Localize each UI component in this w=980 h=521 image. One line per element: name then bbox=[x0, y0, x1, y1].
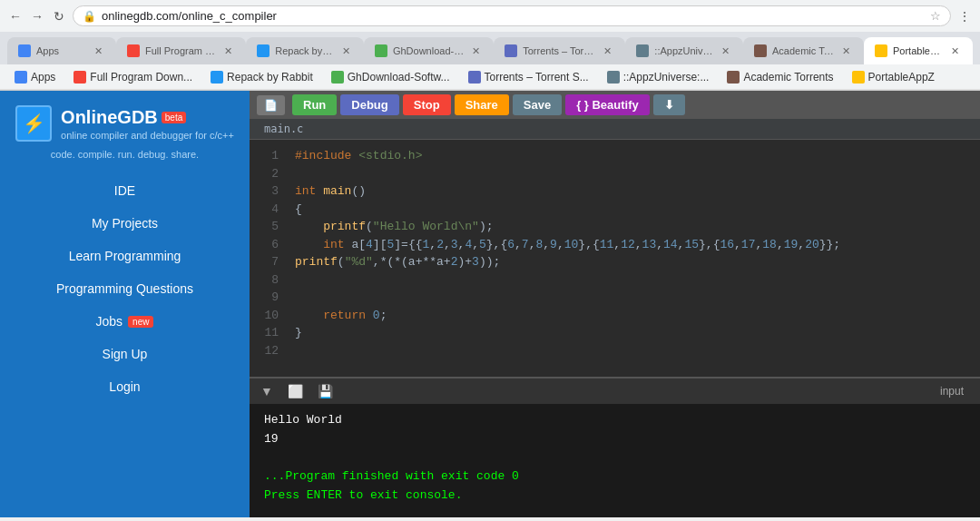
input-label: input bbox=[940, 385, 973, 398]
output-collapse-button[interactable]: ▼ bbox=[257, 382, 277, 400]
address-bar[interactable]: 🔒 onlinegdb.com/online_c_compiler ☆ bbox=[73, 5, 951, 26]
tab-close-icon[interactable]: ✕ bbox=[601, 44, 614, 58]
code-text[interactable]: #include <stdio.h> int main() { printf("… bbox=[286, 140, 980, 377]
bookmark-torrents[interactable]: Torrents – Torrent S... bbox=[461, 69, 596, 85]
tab-favicon bbox=[257, 44, 270, 57]
tab-ghdownload[interactable]: GhDownload-Softw... ✕ bbox=[364, 37, 494, 64]
address-text: onlinegdb.com/online_c_compiler bbox=[102, 9, 925, 23]
output-line: Press ENTER to exit console. bbox=[264, 487, 965, 506]
tab-appzuniverse[interactable]: ::AppzUniverse:... ✕ bbox=[625, 37, 743, 64]
bookmark-label: Torrents – Torrent S... bbox=[485, 71, 589, 84]
forward-button[interactable]: → bbox=[29, 8, 45, 25]
sidebar-item-signup[interactable]: Sign Up bbox=[0, 338, 250, 370]
editor-section: 📄 Run Debug Stop Share Save { } Beautify… bbox=[250, 91, 980, 517]
stop-button[interactable]: Stop bbox=[403, 94, 451, 115]
bookmark-favicon bbox=[211, 71, 223, 84]
download-button[interactable]: ⬇ bbox=[653, 94, 685, 115]
tab-close-icon[interactable]: ✕ bbox=[92, 44, 105, 58]
code-content[interactable]: 1 2 3 4 5 6 7 8 9 10 11 12 #include <std… bbox=[250, 140, 980, 377]
tab-favicon bbox=[127, 44, 140, 57]
bookmark-favicon bbox=[852, 71, 865, 84]
top-toolbar: 📄 Run Debug Stop Share Save { } Beautify… bbox=[250, 91, 980, 119]
save-button[interactable]: Save bbox=[513, 94, 562, 115]
tab-close-icon[interactable]: ✕ bbox=[339, 44, 353, 58]
tab-close-icon[interactable]: ✕ bbox=[948, 44, 962, 58]
tab-favicon bbox=[636, 44, 649, 57]
tab-apps[interactable]: Apps ✕ bbox=[7, 37, 116, 64]
bookmark-favicon bbox=[331, 71, 344, 84]
sidebar-item-learnprogramming[interactable]: Learn Programming bbox=[0, 240, 250, 272]
file-indicator[interactable]: 📄 bbox=[257, 95, 285, 115]
tab-label: Academic Torrents bbox=[772, 45, 834, 56]
browser-nav: ← → ↻ 🔒 onlinegdb.com/online_c_compiler … bbox=[0, 0, 980, 32]
tab-label: PortableAppZ bbox=[893, 45, 943, 56]
tab-favicon bbox=[375, 44, 387, 57]
refresh-button[interactable]: ↻ bbox=[51, 8, 67, 25]
bookmark-appzuniverse[interactable]: ::AppzUniverse:... bbox=[600, 69, 717, 85]
bookmark-favicon bbox=[607, 71, 620, 84]
debug-button[interactable]: Debug bbox=[340, 94, 398, 115]
tab-favicon bbox=[505, 44, 517, 57]
bookmark-academic[interactable]: Academic Torrents bbox=[720, 69, 840, 85]
output-line: Hello World bbox=[264, 411, 965, 430]
bookmark-label: Apps bbox=[31, 71, 55, 84]
bookmark-label: GhDownload-Softw... bbox=[348, 71, 450, 84]
bookmark-repack[interactable]: Repack by Rabbit bbox=[203, 69, 320, 85]
bookmark-label: ::AppzUniverse:... bbox=[623, 71, 710, 84]
tab-fulldl[interactable]: Full Program Down... ✕ bbox=[116, 37, 246, 64]
bookmark-favicon bbox=[727, 71, 740, 84]
run-button[interactable]: Run bbox=[292, 94, 337, 115]
code-editor: main.c 1 2 3 4 5 6 7 8 9 10 11 12 #inclu… bbox=[250, 119, 980, 377]
tab-close-icon[interactable]: ✕ bbox=[839, 44, 853, 58]
output-save-button[interactable]: 💾 bbox=[314, 382, 337, 400]
tab-academic[interactable]: Academic Torrents ✕ bbox=[743, 37, 864, 64]
browser-chrome: ← → ↻ 🔒 onlinegdb.com/online_c_compiler … bbox=[0, 0, 980, 91]
tab-close-icon[interactable]: ✕ bbox=[469, 44, 483, 58]
bookmark-star-icon[interactable]: ☆ bbox=[930, 9, 941, 23]
bookmark-ghdownload[interactable]: GhDownload-Softw... bbox=[324, 69, 457, 85]
bookmark-label: PortableAppZ bbox=[868, 71, 935, 84]
tab-favicon bbox=[875, 44, 887, 57]
sidebar-item-myprojects[interactable]: My Projects bbox=[0, 207, 250, 240]
bookmark-fulldl[interactable]: Full Program Down... bbox=[66, 69, 200, 85]
sidebar-nav: IDE My Projects Learn Programming Progra… bbox=[0, 174, 250, 403]
tab-label: Full Program Down... bbox=[145, 45, 216, 56]
tabs-bar: Apps ✕ Full Program Down... ✕ Repack by … bbox=[0, 32, 980, 64]
output-toolbar: ▼ ⬜ 💾 input bbox=[250, 378, 980, 404]
beta-badge: beta bbox=[162, 112, 186, 123]
share-button[interactable]: Share bbox=[455, 94, 509, 115]
tab-portableappz[interactable]: PortableAppZ ✕ bbox=[864, 37, 973, 64]
tab-close-icon[interactable]: ✕ bbox=[221, 44, 235, 58]
back-button[interactable]: ← bbox=[7, 8, 24, 25]
bookmark-portableappz[interactable]: PortableAppZ bbox=[845, 69, 942, 85]
tab-label: ::AppzUniverse:... bbox=[654, 45, 713, 56]
bookmarks-bar: Apps Full Program Down... Repack by Rabb… bbox=[0, 64, 980, 90]
sidebar-item-ide[interactable]: IDE bbox=[0, 174, 250, 207]
tab-label: Apps bbox=[36, 45, 86, 56]
logo-text: OnlineGDB beta online compiler and debug… bbox=[61, 107, 234, 141]
tab-torrents[interactable]: Torrents – Torrent S... ✕ bbox=[494, 37, 625, 64]
new-badge: new bbox=[128, 316, 153, 328]
beautify-button[interactable]: { } Beautify bbox=[565, 94, 650, 115]
tab-favicon bbox=[754, 44, 767, 57]
menu-button[interactable]: ⋮ bbox=[956, 8, 973, 25]
line-numbers: 1 2 3 4 5 6 7 8 9 10 11 12 bbox=[250, 140, 286, 377]
logo-motto: code. compile. run. debug. share. bbox=[42, 149, 208, 160]
tab-favicon bbox=[18, 44, 31, 57]
lightning-icon: ⚡ bbox=[23, 113, 45, 134]
logo-area: ⚡ OnlineGDB beta online compiler and deb… bbox=[15, 105, 234, 142]
filename-tab[interactable]: main.c bbox=[250, 119, 980, 140]
tab-label: GhDownload-Softw... bbox=[393, 45, 464, 56]
tab-label: Torrents – Torrent S... bbox=[523, 45, 595, 56]
logo-tagline: online compiler and debugger for c/c++ bbox=[61, 130, 234, 141]
sidebar-item-jobs[interactable]: Jobs new bbox=[0, 305, 250, 338]
tab-repack[interactable]: Repack by Rabbit ✕ bbox=[246, 37, 364, 64]
sidebar-item-login[interactable]: Login bbox=[0, 370, 250, 403]
bookmark-favicon bbox=[15, 71, 27, 84]
sidebar-item-programmingquestions[interactable]: Programming Questions bbox=[0, 272, 250, 305]
sidebar: ⚡ OnlineGDB beta online compiler and deb… bbox=[0, 91, 250, 517]
tab-close-icon[interactable]: ✕ bbox=[719, 44, 732, 58]
bookmark-apps[interactable]: Apps bbox=[7, 69, 63, 85]
bookmark-favicon bbox=[74, 71, 86, 84]
output-expand-button[interactable]: ⬜ bbox=[284, 382, 307, 400]
